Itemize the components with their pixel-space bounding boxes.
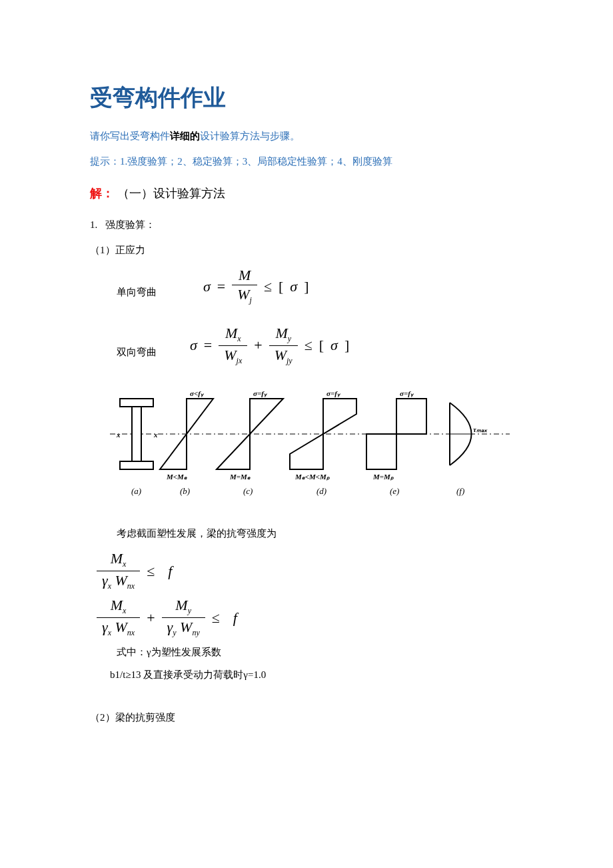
eq2-den1: Wjx [219,345,247,366]
eq4-den1-Wsub: nx [127,628,135,637]
eq4-den1-W: W [115,619,127,635]
plus-sign: + [147,606,155,629]
document-page: 受弯构件作业 请你写出受弯构件详细的设计验算方法与步骤。 提示：1.强度验算；2… [0,0,613,775]
eq4-num2-M: M [175,597,187,613]
plus-sign: + [254,333,262,357]
diagram-e-bottom: M=Mₚ [372,473,394,481]
sub-1-1: （1）正应力 [90,242,526,258]
eq4-f: f [233,606,237,629]
eq3-den-Wsub: nx [127,581,135,591]
eq2-den1-W: W [224,347,236,363]
solution-label: 解： [90,187,114,200]
eq4-num1-M: M [111,597,123,613]
eq2-num2-sub: y [288,334,291,343]
eq3-num: Mx [105,551,132,571]
eq2-den2: Wjy [269,345,298,366]
eq3-den-g: γ [102,572,108,589]
section-heading: 解： （一）设计验算方法 [90,184,526,203]
eq1-den-sub: j [250,296,252,305]
diagram-e-plastic: σ=fᵧ M=Mₚ [366,389,426,481]
x-label-right: x [153,431,158,439]
eq2-math: σ = Mx Wjx + My Wjy ≤ [ σ [190,325,349,365]
le-sign: ≤ [305,333,312,357]
eq4-den2-gsub: y [173,628,176,637]
lbracket: [ [279,275,283,298]
equation-3: Mx γx Wnx ≤ f [97,551,526,591]
eq4-num2-sub: y [188,607,191,616]
rbracket: ] [344,333,349,357]
equals-sign: = [204,333,212,357]
eq3-den-gsub: x [108,581,111,591]
item-1: 1. 强度验算： [90,217,526,233]
eq4-den1: γx Wnx [97,617,140,638]
eq2-den2-sub: jy [287,356,293,365]
equation-biaxial: 双向弯曲 σ = Mx Wjx + My Wjy ≤ [90,325,526,365]
eq2-num1-sub: x [237,334,241,343]
plastic-paragraph: 考虑截面塑性发展，梁的抗弯强度为 [117,525,526,541]
diagram-c-top: σ=fᵧ [253,389,268,397]
svg-marker-5 [160,434,187,469]
eq3-frac: Mx γx Wnx [97,551,140,591]
stress-distribution-diagram: x x σ<fᵧ M<Mₑ σ=fᵧ M=Mₑ [110,384,510,501]
svg-rect-13 [396,399,426,434]
label-b: (b) [180,486,190,496]
item-1-num: 1. [90,219,97,230]
eq4-den1-gsub: x [108,628,111,637]
sub-1-2: （2）梁的抗剪强度 [90,709,526,725]
eq4-num1: Mx [105,597,132,617]
eq2-num2: My [270,325,297,345]
x-label-left: x [116,431,121,439]
eq4-den2-Wsub: ny [192,628,199,637]
equals-sign: = [217,275,225,298]
eq4-frac-1: Mx γx Wnx [97,597,140,637]
eq2-num1-M: M [225,325,237,341]
sigma-symbol: σ [190,333,197,357]
label-f: (f) [456,486,464,496]
diagram-c-yield: σ=fᵧ M=Mₑ [217,389,283,481]
svg-marker-10 [323,399,356,434]
eq1-label: 单向弯曲 [117,284,157,305]
section-1-title: （一）设计验算方法 [117,187,225,200]
diagram-d-top: σ=fᵧ [326,389,341,397]
eq2-frac-1: Mx Wjx [219,325,247,365]
eq3-den-W: W [115,572,127,589]
diagram-d-bottom: Mₑ<M<Mₚ [295,473,330,481]
label-e: (e) [390,486,399,496]
eq1-fraction: M Wj [232,267,257,305]
le-sign: ≤ [264,275,272,298]
eq1-den-W: W [237,286,249,303]
svg-rect-14 [366,434,396,469]
eq1-denominator: Wj [232,285,257,305]
eq4-den2: γy Wny [162,617,205,638]
svg-rect-2 [120,461,153,469]
svg-marker-4 [187,399,213,434]
svg-marker-11 [290,434,323,469]
svg-rect-1 [120,399,153,407]
sigma-symbol-2: σ [290,275,297,298]
prompt-post: 设计验算方法与步骤。 [200,131,300,141]
eq2-den2-W: W [275,347,287,363]
eq4-den2-W: W [180,619,192,635]
label-d: (d) [316,486,326,496]
eq1-math: σ = M Wj ≤ [ σ ] [203,267,309,305]
le-sign: ≤ [147,559,155,583]
eq4-math: Mx γx Wnx + My γy Wny ≤ f [97,597,526,637]
label-c: (c) [243,486,253,496]
prompt-bold: 详细的 [170,131,200,141]
eq3-f: f [168,559,172,583]
le-sign: ≤ [212,606,220,629]
diagram-d-elastoplastic: σ=fᵧ Mₑ<M<Mₚ [290,389,356,481]
hint-line: 提示：1.强度验算；2、稳定验算；3、局部稳定性验算；4、刚度验算 [90,153,526,169]
lbracket: [ [319,333,324,357]
eq4-num1-sub: x [123,607,126,616]
equation-uniaxial: 单向弯曲 σ = M Wj ≤ [ σ ] [90,267,526,305]
bt-note: b1/t≥13 及直接承受动力荷载时γ=1.0 [110,667,526,683]
eq1-numerator: M [233,267,256,285]
eq2-frac-2: My Wjy [269,325,298,365]
prompt-line: 请你写出受弯构件详细的设计验算方法与步骤。 [90,128,526,144]
equation-4: Mx γx Wnx + My γy Wny ≤ f [97,597,526,637]
prompt-pre: 请你写出受弯构件 [90,131,170,141]
eq3-num-M: M [111,550,123,567]
eq3-math: Mx γx Wnx ≤ f [97,551,526,591]
sigma-symbol-2: σ [330,333,338,357]
